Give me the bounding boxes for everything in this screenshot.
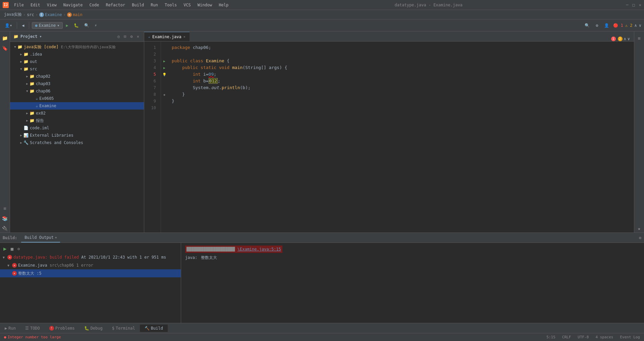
extlibs-arrow: ▶ (19, 134, 23, 137)
menu-view[interactable]: View (44, 2, 59, 8)
tree-extlibs[interactable]: ▶ 📊 External Libraries (10, 132, 144, 139)
tree-settings-btn[interactable]: ⚙ (129, 33, 134, 40)
tree-chap03[interactable]: ▶ 📁 chap03 (10, 80, 144, 87)
project-panel-dropdown[interactable]: ▾ (40, 34, 42, 39)
scope-btn[interactable]: ◎ (116, 33, 121, 40)
close-button[interactable]: ✕ (639, 3, 641, 7)
tree-chap02[interactable]: ▶ 📁 chap02 (10, 73, 144, 80)
toolbar-profile-btn[interactable]: 👤▾ (3, 22, 14, 29)
menu-build[interactable]: Build (129, 2, 147, 8)
profile-run-button[interactable]: ⚡ (93, 22, 99, 29)
build-filter-icon[interactable]: ⚙ (15, 247, 22, 251)
sidebar-learn-icon[interactable]: 📚 (1, 214, 9, 222)
menu-file[interactable]: File (11, 2, 26, 8)
expand-icon[interactable]: ∧ (624, 37, 626, 41)
sidebar-structure-icon[interactable]: ≡ (1, 204, 9, 212)
build-tab-label: Build (151, 326, 163, 331)
menu-refactor[interactable]: Refactor (103, 2, 128, 8)
run-config-selector[interactable]: ● Examine ▾ (32, 22, 62, 29)
tree-scratches[interactable]: ▶ 🔧 Scratches and Consoles (10, 139, 144, 146)
tree-chap06[interactable]: ▼ 📁 chap06 (10, 87, 144, 95)
menu-tools[interactable]: Tools (162, 2, 179, 8)
menu-help[interactable]: Help (216, 2, 231, 8)
menu-code[interactable]: Code (87, 2, 102, 8)
tree-idea[interactable]: ▶ 📁 .idea (10, 51, 144, 58)
maximize-button[interactable]: □ (633, 3, 635, 7)
settings-btn[interactable]: ⚙ (594, 22, 600, 29)
right-structure-icon[interactable]: ≡ (635, 34, 643, 42)
gutter-run-4[interactable]: ▶ (161, 64, 168, 71)
status-position[interactable]: 5:15 (546, 335, 555, 339)
collapse-all-btn[interactable]: ⊟ (122, 33, 127, 40)
expand-btn[interactable]: ∧ (635, 23, 637, 28)
menu-window[interactable]: Window (195, 2, 215, 8)
sidebar-project-icon[interactable]: 📁 (1, 34, 9, 42)
tree-extlibs-label: External Libraries (30, 133, 73, 138)
build-tab[interactable]: 🔨 Build (140, 325, 168, 332)
todo-tab[interactable]: ☰ TODO (20, 325, 45, 332)
tab-close-btn[interactable]: ✕ (183, 35, 185, 39)
run-tab[interactable]: ▶ Run (0, 325, 20, 332)
menu-vcs[interactable]: VCS (181, 2, 194, 8)
status-event-log[interactable]: Event Log (620, 335, 640, 339)
bottom-settings-btn[interactable]: ⚙ (639, 235, 641, 240)
todo-tab-label: TODO (30, 326, 40, 331)
coverage-button[interactable]: 🔍 (82, 22, 91, 29)
toolbar-div2 (29, 22, 29, 29)
breadcrumb-class[interactable]: Examine (45, 12, 62, 17)
bottom-tab-build-output[interactable]: Build Output ✕ (21, 233, 60, 243)
menu-edit[interactable]: Edit (28, 2, 43, 8)
code-content[interactable]: package chap06; public class Examine { p… (168, 42, 634, 232)
tree-ex02[interactable]: ▶ 📁 ex02 (10, 110, 144, 117)
minimize-button[interactable]: ─ (626, 3, 628, 7)
breadcrumb-method[interactable]: main (73, 12, 83, 17)
terminal-tab[interactable]: $ Terminal (107, 325, 140, 332)
search-btn[interactable]: 🔍 (583, 22, 592, 29)
run-button[interactable]: ▶ (64, 22, 70, 29)
tree-chap06-label: chap06 (36, 89, 50, 93)
tree-codeiml[interactable]: ▶ 📄 code.iml (10, 124, 144, 132)
panel-close-btn[interactable]: ✕ (136, 33, 141, 40)
user-btn[interactable]: 👤 (602, 22, 611, 29)
collapse-btn[interactable]: ∨ (639, 23, 641, 28)
project-panel-actions: ◎ ⊟ ⚙ ✕ (116, 33, 141, 40)
status-crlf[interactable]: CRLF (562, 335, 571, 339)
debug-tab[interactable]: 🐛 Debug (79, 325, 107, 332)
code-editor[interactable]: 1 2 3 4 5 6 7 8 9 10 ▶ ▶ 💡 ◈ (144, 42, 634, 232)
tree-ex0605[interactable]: ▶ ☕ Ex0605 (10, 95, 144, 102)
breadcrumb-src[interactable]: src (27, 12, 34, 17)
code-line-5: int i=09; (172, 71, 630, 78)
tree-report[interactable]: ▶ 📁 报告 (10, 117, 144, 124)
tree-src[interactable]: ▼ 📁 src (10, 65, 144, 73)
code-line-9: } (172, 98, 630, 105)
toolbar-back-btn[interactable]: ◀ (20, 22, 26, 29)
status-charset[interactable]: UTF-8 (578, 335, 589, 339)
build-output-close[interactable]: ✕ (55, 236, 57, 239)
editor-area: ☕ Examine.java ✕ 1 2 ∧ ∨ 1 2 3 4 5 6 7 8 (144, 31, 634, 232)
build-run-icon[interactable]: ▶ (1, 246, 9, 252)
collapse-icon[interactable]: ∨ (628, 37, 630, 41)
gutter-run-3[interactable]: ▶ (161, 58, 168, 64)
problems-tab[interactable]: ! Problems (45, 325, 79, 332)
menu-navigate[interactable]: Navigate (61, 2, 86, 8)
build-error-item[interactable]: ✕ 整数太大 :5 (0, 269, 181, 277)
right-sidebar: ≡ ★ (634, 31, 644, 232)
tree-root[interactable]: ▼ 📁 java实验 [code] E:\大学期间创作内容\java实验 (10, 43, 144, 51)
tree-out[interactable]: ▶ 📁 out (10, 58, 144, 65)
menu-run[interactable]: Run (148, 2, 161, 8)
tree-examine[interactable]: ▶ ☕ Examine (10, 102, 144, 110)
status-indent[interactable]: 4 spaces (595, 335, 613, 339)
build-stop-icon[interactable]: ■ (9, 246, 15, 252)
build-examine-item[interactable]: ▼ ✕ Examine.java src\chap06 1 error (0, 261, 181, 269)
sidebar-plugin-icon[interactable]: 🔌 (1, 224, 9, 232)
build-examine-link[interactable]: \Examine.java:5:15 (237, 247, 281, 252)
java-label: java: (185, 255, 197, 260)
right-favorites-icon[interactable]: ★ (635, 224, 643, 232)
gutter-bookmark-8[interactable]: ◈ (161, 91, 168, 98)
run-config-arrow: ▾ (57, 23, 59, 28)
editor-tab-examine[interactable]: ☕ Examine.java ✕ (144, 32, 190, 41)
build-failed-item[interactable]: ▼ ✕ datatype.java: build failed At 2021/… (0, 253, 181, 261)
breadcrumb-project[interactable]: java实验 (4, 12, 22, 17)
debug-button[interactable]: 🐛 (72, 22, 81, 29)
sidebar-bookmark-icon[interactable]: 🔖 (1, 44, 9, 52)
